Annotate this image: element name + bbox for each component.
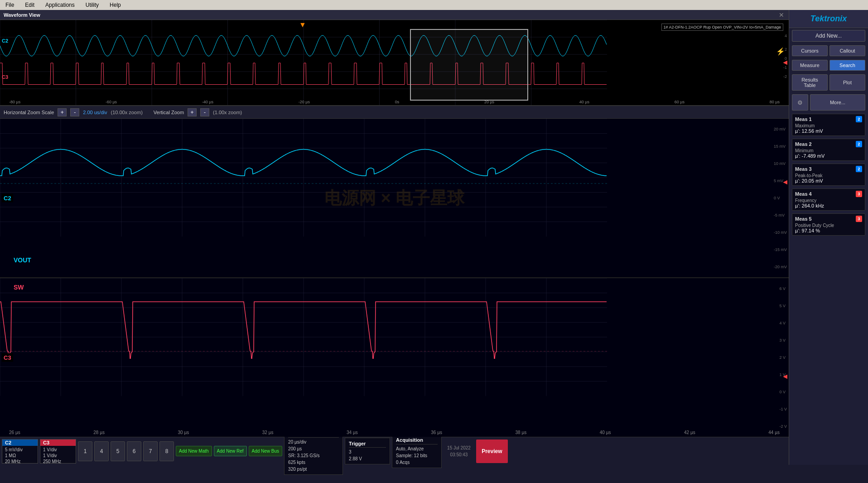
trigger-icon: ⚡ — [776, 47, 785, 56]
annotation-box: 1# A2-DFN-1.2AOCP Rup Open OVP_VIN=2V Io… — [661, 24, 783, 31]
waveform-view-header: Waveform View ✕ — [0, 10, 789, 20]
overview-trigger-right: ◄ — [781, 58, 789, 67]
ch2-trigger-arrow: ◄ — [781, 178, 789, 186]
zoom-controls: Horizontal Zoom Scale + - 2.00 us/div (1… — [0, 106, 789, 119]
brand-name: Tektronix — [810, 14, 847, 24]
measure-btn[interactable]: Measure — [792, 60, 828, 71]
hz-zoom-minus[interactable]: - — [70, 108, 79, 116]
ch3-impedance: 1 V/div — [40, 453, 76, 459]
time: 03:50:43 — [447, 451, 471, 458]
trigger-status[interactable]: Trigger 3 2.88 V — [345, 438, 390, 465]
meas4-badge: 3 — [856, 191, 862, 197]
ch4-btn[interactable]: 4 — [94, 441, 109, 461]
menu-file[interactable]: File — [4, 1, 16, 9]
ch2-info[interactable]: C2 5 mV/div 1 MΩ 20 MHz — [2, 439, 38, 464]
ch3-waveform-area: C3 SW 6 V 5 V 4 V 3 V 2 V 1 V 0 V -1 V -… — [0, 278, 789, 437]
hz-zoom-value: 2.00 us/div — [83, 110, 107, 115]
main-layout: Waveform View ✕ ▼ -80 µs -60 µs -40 µs -… — [0, 10, 868, 465]
waveform-area: Waveform View ✕ ▼ -80 µs -60 µs -40 µs -… — [0, 10, 789, 465]
add-new-button[interactable]: Add New... — [792, 30, 865, 42]
meas2-card[interactable]: Meas 2 2 Minimum µ': -7.489 mV — [792, 139, 865, 161]
right-btn-row1: Cursors Callout — [789, 43, 868, 58]
waveform-view-title: Waveform View — [4, 12, 40, 18]
ch2-canvas — [0, 119, 607, 237]
trigger-channel: 3 — [349, 449, 386, 455]
horizontal-sample: 320 ps/pt — [288, 466, 339, 473]
hz-zoom-factor: (10.00x zoom) — [111, 110, 142, 115]
preview-button[interactable]: Preview — [476, 440, 508, 463]
hz-zoom-plus[interactable]: + — [58, 108, 67, 116]
cursors-btn[interactable]: Cursors — [792, 45, 828, 56]
ch2-volt-axis: 20 mV 15 mV 10 mV 5 mV 0 V -5 mV -10 mV … — [774, 119, 787, 277]
meas2-type: Minimum — [795, 148, 862, 153]
results-table-btn[interactable]: Results Table — [792, 74, 828, 91]
horizontal-record: 200 µs — [288, 445, 339, 452]
vz-zoom-minus[interactable]: - — [200, 108, 209, 116]
ch3-bandwidth: 250 MHz — [40, 459, 76, 464]
add-new-area: Add New... — [789, 28, 868, 43]
ch3-volt-axis: 6 V 5 V 4 V 3 V 2 V 1 V 0 V -1 V -2 V — [779, 278, 787, 437]
vert-zoom-label: Vertical Zoom — [154, 110, 184, 115]
ch3-info[interactable]: C3 1 V/div 1 V/div 250 MHz — [40, 439, 76, 464]
ch1-btn[interactable]: 1 — [78, 441, 92, 461]
add-ref-btn[interactable]: Add New Ref — [214, 446, 247, 456]
menu-utility[interactable]: Utility — [84, 1, 101, 9]
datetime-display: 15 Jul 2022 03:50:43 — [444, 444, 474, 458]
meas3-header: Meas 3 2 — [795, 166, 862, 172]
meas1-type: Maximum — [795, 123, 862, 128]
horizontal-sr: SR: 3.125 GS/s — [288, 452, 339, 459]
ch7-btn[interactable]: 7 — [143, 441, 158, 461]
ch3-trigger-arrow: ◄ — [781, 372, 789, 381]
meas5-header: Meas 5 3 — [795, 216, 862, 222]
right-btn-row3: Results Table Plot — [789, 72, 868, 92]
brand-header: Tektronix — [789, 10, 868, 28]
meas2-badge: 2 — [856, 141, 862, 147]
horizontal-pts: 625 kpts — [288, 459, 339, 466]
more-btn[interactable]: More... — [810, 94, 865, 111]
meas5-badge: 3 — [856, 216, 862, 222]
ch2-bandwidth: 20 MHz — [2, 459, 38, 464]
ch5-btn[interactable]: 5 — [111, 441, 125, 461]
meas1-card[interactable]: Meas 1 2 Maximum µ': 12.56 mV — [792, 114, 865, 136]
c2-label: C2 — [2, 194, 13, 203]
more-icon-btn[interactable]: ⚙ — [792, 94, 808, 111]
acquisition-status[interactable]: Acquisition Auto, Analyze Sample: 12 bit… — [392, 434, 442, 468]
acquisition-acqs: 0 Acqs — [396, 459, 438, 466]
bottom-bar: C2 5 mV/div 1 MΩ 20 MHz C3 1 V/div 1 V/d… — [0, 437, 789, 465]
ch2-impedance: 1 MΩ — [2, 453, 38, 459]
menubar: File Edit Applications Utility Help — [0, 0, 868, 10]
right-panel: Tektronix Add New... Cursors Callout Mea… — [789, 10, 868, 465]
selection-box[interactable] — [410, 29, 528, 101]
ch6-btn[interactable]: 6 — [127, 441, 141, 461]
menu-applications[interactable]: Applications — [43, 1, 77, 9]
meas5-value: µ': 97.14 % — [795, 228, 862, 233]
menu-edit[interactable]: Edit — [23, 1, 36, 9]
add-bus-btn[interactable]: Add New Bus — [249, 446, 283, 456]
meas4-value: µ': 264.0 kHz — [795, 203, 862, 208]
plot-btn[interactable]: Plot — [829, 74, 865, 91]
meas5-card[interactable]: Meas 5 3 Positive Duty Cycle µ': 97.14 % — [792, 213, 865, 236]
acquisition-mode: Auto, Analyze — [396, 445, 438, 452]
meas1-header: Meas 1 2 — [795, 116, 862, 122]
meas2-value: µ': -7.489 mV — [795, 153, 862, 159]
ch8-btn[interactable]: 8 — [159, 441, 174, 461]
menu-help[interactable]: Help — [108, 1, 123, 9]
ch2-scale: 5 mV/div — [2, 447, 38, 453]
trigger-title: Trigger — [349, 440, 386, 448]
hz-zoom-label: Horizontal Zoom Scale — [4, 110, 54, 115]
waveform-close-btn[interactable]: ✕ — [778, 10, 785, 19]
meas3-type: Peak-to-Peak — [795, 173, 862, 178]
meas1-value: µ': 12.56 mV — [795, 128, 862, 134]
vz-zoom-plus[interactable]: + — [188, 108, 197, 116]
callout-btn[interactable]: Callout — [829, 45, 865, 56]
add-math-btn[interactable]: Add New Math — [176, 446, 212, 456]
meas4-card[interactable]: Meas 4 3 Frequency µ': 264.0 kHz — [792, 188, 865, 211]
acquisition-sample: Sample: 12 bits — [396, 452, 438, 459]
acquisition-title: Acquisition — [396, 436, 438, 444]
ch3-canvas — [0, 278, 607, 396]
overview-volt-2: 2 — [785, 47, 787, 52]
search-btn[interactable]: Search — [829, 60, 865, 71]
sw-label: SW — [14, 284, 24, 291]
meas3-card[interactable]: Meas 3 2 Peak-to-Peak µ': 20.05 mV — [792, 164, 865, 186]
meas5-type: Positive Duty Cycle — [795, 223, 862, 228]
